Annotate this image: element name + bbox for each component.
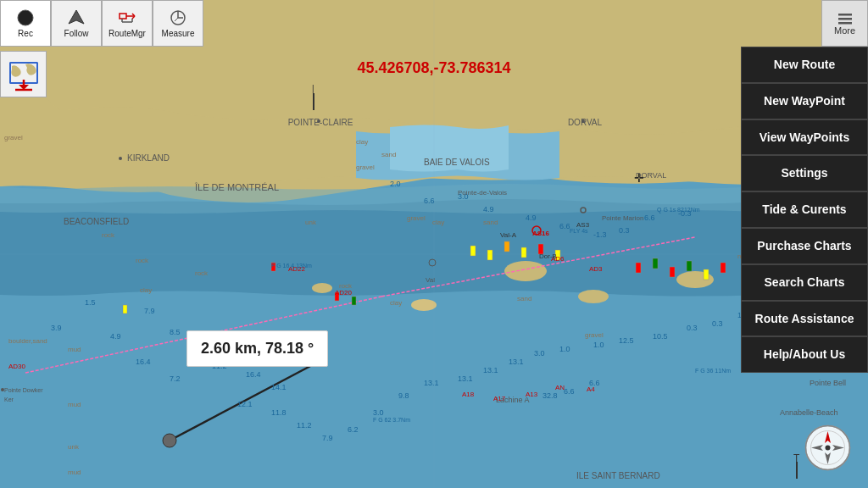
svg-text:clay: clay — [356, 138, 368, 146]
svg-rect-82 — [721, 263, 726, 273]
more-button[interactable]: More — [821, 0, 868, 47]
svg-text:mud: mud — [68, 346, 81, 353]
route-assistance-button[interactable]: Route Assistance — [741, 301, 868, 337]
svg-text:gravel: gravel — [356, 164, 375, 171]
svg-text:3.0: 3.0 — [534, 349, 545, 358]
svg-rect-80 — [687, 261, 692, 271]
svg-text:16.4: 16.4 — [136, 358, 151, 366]
search-charts-button[interactable]: Search Charts — [741, 264, 868, 301]
svg-text:clay: clay — [390, 299, 402, 307]
svg-text:sand: sand — [483, 219, 498, 226]
svg-text:F G 62 3.7Nm: F G 62 3.7Nm — [373, 417, 410, 423]
svg-text:A17: A17 — [493, 395, 506, 402]
rec-button[interactable]: Rec — [0, 0, 51, 47]
svg-text:0.3: 0.3 — [619, 226, 630, 235]
svg-text:7.2: 7.2 — [170, 374, 181, 383]
svg-text:clay: clay — [140, 286, 152, 294]
svg-text:gravel: gravel — [585, 331, 604, 339]
measure-button[interactable]: Measure — [153, 0, 203, 47]
svg-point-152 — [18, 10, 33, 25]
svg-line-164 — [175, 18, 178, 21]
svg-text:12.5: 12.5 — [619, 336, 634, 345]
svg-text:3.9: 3.9 — [51, 324, 62, 332]
svg-text:8.5: 8.5 — [170, 328, 181, 336]
svg-text:0.3: 0.3 — [712, 319, 723, 328]
help-about-button[interactable]: Help/About Us — [741, 336, 868, 373]
svg-text:AD3: AD3 — [589, 265, 603, 273]
svg-text:AD20: AD20 — [335, 289, 353, 297]
svg-text:rock: rock — [339, 282, 353, 290]
tide-currents-button[interactable]: Tide & Curents — [741, 191, 868, 228]
svg-text:13.1: 13.1 — [458, 374, 473, 383]
svg-text:6.6: 6.6 — [564, 387, 575, 396]
svg-point-106 — [581, 119, 585, 123]
tide-currents-label: Tide & Curents — [762, 202, 846, 216]
svg-rect-73 — [504, 241, 509, 252]
search-charts-label: Search Charts — [765, 275, 845, 289]
svg-text:4.9: 4.9 — [526, 214, 537, 222]
svg-text:mud: mud — [68, 469, 81, 476]
new-route-button[interactable]: New Route — [741, 47, 868, 83]
svg-text:POINTE-CLAIRE: POINTE-CLAIRE — [288, 118, 353, 127]
svg-text:2.0: 2.0 — [390, 180, 401, 188]
svg-text:9.8: 9.8 — [398, 391, 409, 400]
svg-text:✛: ✛ — [634, 171, 644, 185]
routemgr-label: RouteMgr — [108, 29, 146, 38]
svg-rect-77 — [636, 263, 641, 273]
purchase-charts-button[interactable]: Purchase Charts — [741, 228, 868, 264]
compass-rose[interactable] — [804, 424, 851, 471]
svg-text:14.1: 14.1 — [271, 383, 287, 391]
map-container[interactable]: 3.9 1.5 4.9 7.9 8.5 9.8 16.4 7.2 11.2 16… — [0, 0, 868, 488]
more-label: More — [834, 25, 855, 36]
svg-text:sand: sand — [517, 295, 531, 302]
view-waypoints-label: View WayPoints — [760, 130, 850, 144]
svg-rect-71 — [470, 246, 476, 256]
svg-rect-165 — [838, 14, 852, 16]
svg-text:Pointe Marion: Pointe Marion — [602, 214, 643, 222]
right-menu: New Route New WayPoint View WayPoints Se… — [741, 47, 868, 373]
follow-button[interactable]: Follow — [51, 0, 102, 47]
svg-text:11.8: 11.8 — [271, 408, 287, 417]
svg-text:unk: unk — [305, 219, 317, 226]
svg-text:A13: A13 — [526, 391, 538, 398]
svg-text:Pointe Bell: Pointe Bell — [810, 379, 846, 387]
svg-text:ILE SAINT BERNARD: ILE SAINT BERNARD — [576, 471, 660, 480]
svg-point-105 — [317, 119, 320, 123]
follow-icon — [67, 8, 86, 27]
measure-label: Measure — [162, 29, 195, 38]
settings-button[interactable]: Settings — [741, 155, 868, 191]
svg-text:6.6: 6.6 — [644, 214, 655, 222]
svg-text:|: | — [312, 84, 314, 93]
purchase-charts-label: Purchase Charts — [757, 239, 851, 252]
new-waypoint-button[interactable]: New WayPoint — [741, 83, 868, 119]
svg-text:gravel: gravel — [4, 134, 23, 141]
svg-text:32.8: 32.8 — [542, 391, 558, 400]
route-assistance-label: Route Assistance — [755, 312, 854, 325]
svg-text:1.0: 1.0 — [593, 341, 604, 349]
rec-icon — [16, 8, 35, 27]
svg-text:13.1: 13.1 — [509, 358, 524, 366]
svg-text:FLY 4s: FLY 4s — [570, 228, 588, 234]
svg-rect-154 — [120, 14, 126, 19]
new-route-label: New Route — [774, 58, 835, 71]
svg-text:rock: rock — [136, 257, 149, 264]
distance-text: 2.60 km, 78.18 ° — [201, 340, 314, 357]
svg-rect-86 — [352, 297, 356, 305]
compass-svg — [804, 424, 851, 471]
svg-rect-166 — [838, 18, 852, 20]
svg-text:Annabelle-Beach: Annabelle-Beach — [780, 408, 838, 417]
svg-text:KIRKLAND: KIRKLAND — [127, 153, 170, 163]
map-chart-button[interactable] — [0, 51, 47, 97]
svg-text:3.0: 3.0 — [373, 408, 384, 417]
svg-text:Val-A: Val-A — [500, 231, 517, 239]
view-waypoints-button[interactable]: View WayPoints — [741, 119, 868, 156]
routemgr-icon — [118, 8, 136, 27]
svg-text:6.6: 6.6 — [424, 197, 435, 205]
more-icon — [837, 12, 854, 25]
svg-text:0.3: 0.3 — [687, 324, 698, 332]
svg-text:13.1: 13.1 — [483, 366, 498, 374]
routemgr-button[interactable]: RouteMgr — [102, 0, 153, 47]
svg-point-10 — [163, 434, 176, 447]
svg-point-2 — [578, 290, 609, 303]
svg-text:F G 36 11Nm: F G 36 11Nm — [695, 368, 731, 374]
